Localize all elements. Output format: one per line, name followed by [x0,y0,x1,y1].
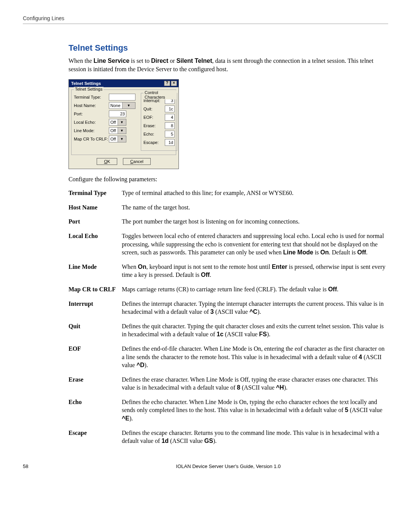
label-local-echo: Local Echo: [74,120,109,125]
dialog-titlebar: Telnet Settings ? × [69,80,178,87]
eof-input[interactable] [165,114,175,121]
param-label-map-cr: Map CR to CRLF [68,282,122,297]
line-mode-value: Off [109,128,118,133]
control-characters-fieldset: Control Characters Interrupt: Quit: EOF:… [141,93,177,151]
param-label-erase: Erase [68,372,122,395]
param-desc-escape: Defines the escape character. Returns yo… [122,426,388,448]
param-label-port: Port [68,214,122,229]
line-mode-select[interactable]: Off▼ [109,127,126,134]
ok-button[interactable]: OK [97,158,117,165]
label-host-name: Host Name: [74,103,109,108]
help-button[interactable]: ? [164,81,170,86]
cancel-label-rest: ancel [133,159,143,164]
map-cr-select[interactable]: Off▼ [109,136,126,142]
param-label-quit: Quit [68,319,122,342]
local-echo-select[interactable]: Off▼ [109,119,126,126]
intro-text: When the [68,58,94,64]
local-echo-value: Off [109,120,118,125]
erase-input[interactable] [165,122,175,129]
param-desc-local-echo: Toggles between local echo of entered ch… [122,229,388,260]
telnet-settings-fieldset: Telnet Settings Terminal Type: Host Name… [71,89,176,155]
param-desc-erase: Defines the erase character. When Line M… [122,372,388,395]
map-cr-value: Off [109,137,118,141]
label-line-mode: Line Mode: [74,128,109,133]
terminal-type-input[interactable] [109,94,135,101]
running-header: Configuring Lines [23,15,388,24]
label-map-cr: Map CR To CRLF: [74,137,109,141]
param-label-line-mode: Line Mode [68,260,122,282]
host-name-value: None [109,103,122,108]
param-label-interrupt: Interrupt [68,297,122,319]
param-label-host-name: Host Name [68,200,122,215]
section-intro: When the Line Service is set to Direct o… [68,57,388,73]
label-quit: Quit: [143,107,165,111]
chevron-down-icon: ▼ [118,119,126,125]
param-desc-port: The port number the target host is liste… [122,214,388,229]
param-label-terminal-type: Terminal Type [68,186,122,200]
parameter-table: Terminal Type Type of terminal attached … [68,186,388,448]
configure-line: Configure the following parameters: [68,176,388,183]
port-input[interactable] [109,110,126,117]
fieldset-legend: Telnet Settings [74,87,104,91]
intro-mid1: is set to [129,58,151,64]
param-desc-host-name: The name of the target host. [122,200,388,215]
label-eof: EOF: [143,115,165,120]
ok-label-rest: K [107,159,110,164]
footer-text: IOLAN Device Server User's Guide, Versio… [68,463,388,469]
label-escape: Escape: [143,140,165,145]
param-desc-echo: Defines the echo character. When Line Mo… [122,395,388,426]
cancel-button[interactable]: Cancel [123,158,150,165]
chevron-down-icon: ▼ [122,102,135,109]
label-echo: Echo: [143,132,165,136]
dialog-title: Telnet Settings [70,81,163,86]
echo-input[interactable] [165,131,175,137]
chevron-down-icon: ▼ [118,128,126,134]
param-desc-line-mode: When On, keyboard input is not sent to t… [122,260,388,282]
label-erase: Erase: [143,123,165,128]
escape-input[interactable] [165,139,175,146]
host-name-select[interactable]: None▼ [109,102,135,109]
cc-legend: Control Characters [143,90,177,99]
param-label-local-echo: Local Echo [68,229,122,260]
param-desc-interrupt: Defines the interrupt character. Typing … [122,297,388,319]
intro-mid2: or [168,58,176,64]
param-label-escape: Escape [68,426,122,448]
param-desc-eof: Defines the end-of-file character. When … [122,342,388,372]
intro-bold-1: Line Service [94,58,129,64]
param-desc-quit: Defines the quit character. Typing the q… [122,319,388,342]
page-number: 58 [23,463,68,469]
label-terminal-type: Terminal Type: [74,95,109,99]
telnet-settings-dialog: Telnet Settings ? × Telnet Settings Term… [68,79,179,169]
section-title: Telnet Settings [68,43,388,53]
label-port: Port: [74,112,109,116]
param-label-echo: Echo [68,395,122,426]
intro-bold-2: Direct [151,58,168,64]
quit-input[interactable] [165,105,175,112]
param-desc-terminal-type: Type of terminal attached to this line; … [122,186,388,200]
param-label-eof: EOF [68,342,122,372]
close-button[interactable]: × [171,81,177,86]
param-desc-map-cr: Maps carriage returns (CR) to carriage r… [122,282,388,297]
chevron-down-icon: ▼ [118,136,126,142]
intro-bold-3: Silent Telnet [177,58,212,64]
